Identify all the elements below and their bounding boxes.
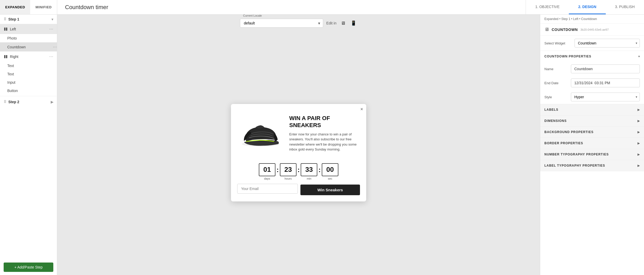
drag-icon: ⠿ — [4, 17, 6, 21]
section-border: BORDER PROPERTIES ▶ — [540, 138, 644, 149]
modal-close-button[interactable]: × — [360, 107, 363, 112]
countdown-properties-arrow-icon: ▾ — [638, 55, 640, 58]
monitor-icon: 🖥 — [544, 27, 549, 32]
countdown-hours: 23 hours — [280, 163, 297, 180]
background-header[interactable]: BACKGROUND PROPERTIES ▶ — [540, 127, 644, 138]
sidebar-left-label: Left — [10, 27, 49, 31]
left-menu-icon[interactable]: ⋯ — [49, 27, 53, 31]
desktop-icon[interactable]: 🖥 — [339, 19, 347, 27]
sidebar-step1-label: Step 1 — [8, 17, 19, 21]
countdown-properties-header[interactable]: COUNTDOWN PROPERTIES ▾ — [540, 51, 644, 62]
section-countdown-properties: COUNTDOWN PROPERTIES ▾ Name End Date Sty… — [540, 51, 644, 104]
sidebar-item-countdown[interactable]: Countdown ⋯ — [0, 42, 57, 51]
section-background: BACKGROUND PROPERTIES ▶ — [540, 127, 644, 138]
dimensions-arrow-icon: ▶ — [637, 119, 640, 123]
sidebar-item-button[interactable]: Button — [0, 87, 57, 95]
countdown-minutes-box: 33 — [301, 163, 317, 176]
modal-description: Enter now for your chance to win a pair … — [289, 132, 360, 152]
end-date-input[interactable] — [571, 78, 640, 87]
sidebar-item-text1[interactable]: Text — [0, 62, 57, 70]
top-bar: EXPANDED MINIFIED Countdown timer 1. OBJ… — [0, 0, 644, 15]
svg-rect-3 — [6, 55, 7, 58]
step1-chevron-icon: ▾ — [51, 17, 53, 21]
countdown-days-box: 01 — [259, 163, 275, 176]
modal-content: WIN A PAIR OF SNEAKERS Enter now for you… — [289, 110, 360, 157]
countdown-seconds-label: sec — [328, 177, 332, 180]
main-layout: ⠿ Step 1 ▾ Left ⋯ Photo Countdown ⋯ Righ… — [0, 15, 644, 275]
section-labels: LABELS ▶ — [540, 104, 644, 115]
modal-preview: × — [231, 104, 366, 201]
sidebar-item-photo[interactable]: Photo — [0, 34, 57, 42]
number-typo-header[interactable]: NUMBER TYPOGRAPHY PROPERTIES ▶ — [540, 149, 644, 160]
svg-rect-1 — [6, 28, 7, 31]
border-title: BORDER PROPERTIES — [544, 141, 583, 145]
sidebar-item-right[interactable]: Right ⋯ — [0, 51, 57, 62]
countdown-sep2: : — [298, 163, 300, 180]
text1-label: Text — [7, 64, 14, 68]
countdown-minutes-label: min — [307, 177, 311, 180]
input-label: Input — [7, 80, 15, 84]
label-typo-arrow-icon: ▶ — [637, 164, 640, 167]
widget-name-label: COUNTDOWN — [552, 28, 578, 32]
step2-chevron-icon: ▶ — [51, 100, 53, 104]
countdown-row: 01 days : 23 hours : 33 min : 00 — [237, 163, 360, 180]
widget-header: 🖥 COUNTDOWN 3b20-0445-63e6-ae97 — [540, 24, 644, 36]
sidebar-step2[interactable]: ⠿ Step 2 ▶ — [0, 97, 57, 107]
sidebar-right-label: Right — [10, 55, 49, 59]
expanded-tab[interactable]: EXPANDED — [0, 0, 30, 14]
svg-rect-0 — [4, 28, 5, 31]
labels-title: LABELS — [544, 108, 558, 112]
label-typo-title: LABEL TYPOGRAPHY PROPERTIES — [544, 164, 605, 167]
photo-label: Photo — [7, 36, 17, 40]
sidebar-item-input[interactable]: Input — [0, 78, 57, 87]
right-panel: Expanded • Step 1 • Left • Countdown 🖥 C… — [540, 15, 644, 275]
email-input[interactable] — [237, 184, 298, 194]
modal-cta-row: Win Sneakers — [237, 184, 360, 196]
countdown-days-label: days — [264, 177, 270, 180]
win-sneakers-button[interactable]: Win Sneakers — [300, 185, 360, 195]
locale-dropdown[interactable]: default — [240, 19, 323, 28]
countdown-hours-label: hours — [285, 177, 292, 180]
countdown-sep1: : — [276, 163, 279, 180]
minified-tab[interactable]: MINIFIED — [30, 0, 57, 14]
widget-id-label: 3b20-0445-63e6-ae97 — [580, 28, 609, 31]
labels-header[interactable]: LABELS ▶ — [540, 104, 644, 115]
modal-title: WIN A PAIR OF SNEAKERS — [289, 115, 360, 129]
label-typo-header[interactable]: LABEL TYPOGRAPHY PROPERTIES ▶ — [540, 160, 644, 171]
edit-in-label: Edit in — [326, 21, 337, 25]
modal-body: WIN A PAIR OF SNEAKERS Enter now for you… — [231, 104, 366, 163]
locale-wrapper: Current Locale default ▾ — [240, 19, 323, 28]
style-field-row: Style Hyper ▾ — [540, 90, 644, 104]
select-widget-dropdown[interactable]: Countdown — [575, 39, 640, 48]
breadcrumb: Expanded • Step 1 • Left • Countdown — [540, 15, 644, 24]
mobile-icon[interactable]: 📱 — [350, 19, 357, 27]
dimensions-header[interactable]: DIMENSIONS ▶ — [540, 115, 644, 126]
style-dropdown[interactable]: Hyper — [571, 93, 640, 101]
countdown-minutes: 33 min — [301, 163, 317, 180]
countdown-days: 01 days — [259, 163, 275, 180]
add-step-button[interactable]: + Add/Paste Step — [4, 263, 53, 272]
sidebar-item-left[interactable]: Left ⋯ — [0, 24, 57, 34]
name-input[interactable] — [571, 64, 640, 73]
countdown-menu-icon[interactable]: ⋯ — [53, 44, 57, 49]
tab-objective[interactable]: 1. OBJECTIVE — [526, 0, 569, 14]
sidebar-item-text2[interactable]: Text — [0, 70, 57, 78]
countdown-hours-box: 23 — [280, 163, 297, 176]
right-menu-icon[interactable]: ⋯ — [49, 54, 53, 59]
section-number-typography: NUMBER TYPOGRAPHY PROPERTIES ▶ — [540, 149, 644, 160]
countdown-label: Countdown — [7, 45, 26, 49]
locale-label: Current Locale — [243, 15, 262, 17]
border-arrow-icon: ▶ — [637, 141, 640, 145]
step-tabs: 1. OBJECTIVE 2. DESIGN 3. PUBLISH — [526, 0, 644, 14]
border-header[interactable]: BORDER PROPERTIES ▶ — [540, 138, 644, 149]
text2-label: Text — [7, 72, 14, 76]
sidebar-step1[interactable]: ⠿ Step 1 ▾ — [0, 15, 57, 24]
section-label-typography: LABEL TYPOGRAPHY PROPERTIES ▶ — [540, 160, 644, 171]
button-label: Button — [7, 89, 18, 93]
tab-publish[interactable]: 3. PUBLISH — [606, 0, 644, 14]
background-title: BACKGROUND PROPERTIES — [544, 130, 594, 134]
name-field-label: Name — [544, 67, 568, 71]
style-dropdown-wrapper: Hyper ▾ — [571, 93, 640, 101]
tab-design[interactable]: 2. DESIGN — [569, 0, 606, 14]
style-label: Style — [544, 95, 568, 99]
